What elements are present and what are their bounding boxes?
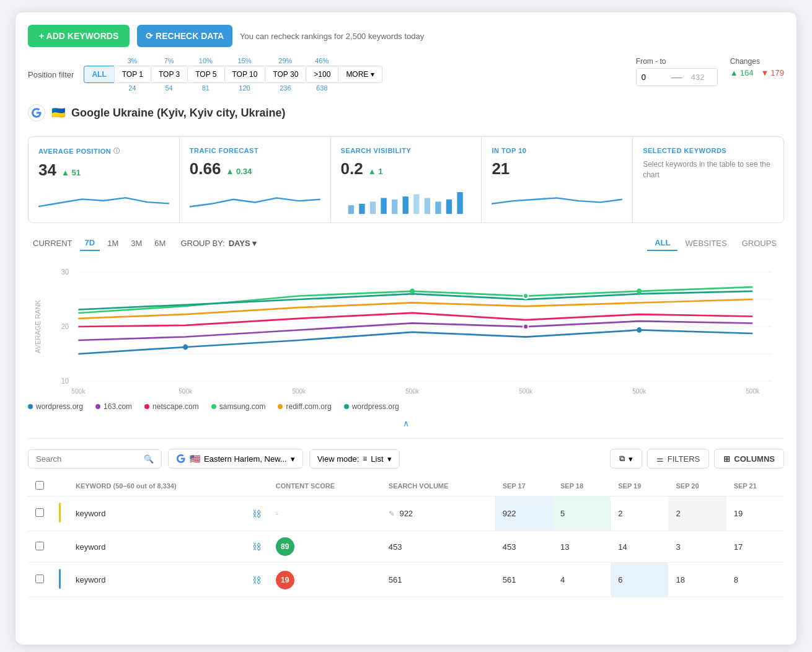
svg-text:AVERAGE RANK: AVERAGE RANK bbox=[35, 300, 42, 353]
svg-text:500k: 500k bbox=[519, 387, 533, 394]
table-row: keyword ⛓ 89 453 453 13 14 3 17 bbox=[28, 531, 784, 563]
svg-text:10: 10 bbox=[61, 377, 69, 385]
metric-selected-keywords: SELECTED KEYWORDS Select keywords in the… bbox=[633, 137, 783, 222]
tab-3m[interactable]: 3M bbox=[126, 236, 147, 250]
svg-text:500k: 500k bbox=[405, 387, 420, 394]
view-mode-label: View mode: bbox=[317, 454, 360, 464]
link-icon-2[interactable]: ⛓ bbox=[252, 542, 261, 552]
row-checkbox-2[interactable] bbox=[35, 542, 44, 550]
svg-point-32 bbox=[637, 327, 642, 333]
list-icon: ≡ bbox=[363, 454, 367, 463]
view-mode-selector[interactable]: View mode: ≡ List ▾ bbox=[309, 449, 400, 469]
svg-point-30 bbox=[523, 324, 528, 330]
main-chart: 30 20 10 AVERAGE RANK 500k 500k 500k 500… bbox=[28, 258, 784, 395]
row-indicator-3 bbox=[59, 569, 61, 589]
sep17-2: 453 bbox=[495, 531, 553, 563]
position-filter-label: Position filter bbox=[28, 70, 74, 79]
columns-button[interactable]: ⊞ COLUMNS bbox=[714, 449, 784, 469]
edit-icon-1[interactable]: ✎ bbox=[389, 509, 395, 518]
link-icon-3[interactable]: ⛓ bbox=[252, 575, 261, 585]
collapse-button[interactable]: ∧ bbox=[403, 418, 409, 428]
country-flag: 🇺🇦 bbox=[51, 106, 65, 120]
copy-button[interactable]: ⧉ ▾ bbox=[610, 449, 642, 469]
pf-btn-top30[interactable]: TOP 30 bbox=[265, 66, 306, 83]
metric-top10: IN TOP 10 21 bbox=[482, 137, 632, 222]
link-icon-1[interactable]: ⛓ bbox=[252, 509, 261, 519]
sep18-2: 13 bbox=[553, 531, 611, 563]
tab-1m[interactable]: 1M bbox=[102, 236, 123, 250]
tab-6m[interactable]: 6M bbox=[149, 236, 170, 250]
from-input[interactable] bbox=[637, 69, 668, 86]
recheck-note: You can recheck rankings for 2,500 keywo… bbox=[240, 32, 424, 41]
google-title: Google Ukraine (Kyiv, Kyiv city, Ukraine… bbox=[71, 107, 285, 120]
svg-rect-7 bbox=[424, 198, 430, 214]
row-checkbox-1[interactable] bbox=[35, 508, 44, 517]
content-score-1: - bbox=[268, 496, 381, 531]
chart-area: 30 20 10 AVERAGE RANK 500k 500k 500k 500… bbox=[28, 258, 784, 395]
section-divider bbox=[28, 438, 784, 439]
top-toolbar: + ADD KEYWORDS ⟳ RECHECK DATA You can re… bbox=[28, 25, 784, 47]
search-icon: 🔍 bbox=[144, 454, 154, 464]
col-keyword: KEYWORD (50–60 out of 8,334) bbox=[68, 476, 245, 496]
search-volume-1: ✎ 922 bbox=[381, 496, 495, 531]
score-badge-3: 19 bbox=[276, 571, 294, 589]
view-tab-all[interactable]: ALL bbox=[647, 236, 677, 251]
view-tab-websites[interactable]: WEBSITES bbox=[677, 236, 734, 251]
sep20-3: 18 bbox=[668, 563, 726, 597]
svg-text:500k: 500k bbox=[179, 387, 193, 394]
score-badge-2: 89 bbox=[276, 537, 294, 556]
legend-wordpress1: wordpress.org bbox=[28, 402, 83, 411]
group-by-select[interactable]: DAYS ▾ bbox=[229, 239, 257, 248]
col-sep19: SEP 19 bbox=[611, 476, 668, 496]
col-search-volume: SEARCH VOLUME bbox=[381, 476, 495, 496]
view-mode-chevron: ▾ bbox=[387, 454, 392, 464]
copy-dropdown: ▾ bbox=[629, 454, 633, 464]
pf-btn-more[interactable]: MORE ▾ bbox=[338, 66, 382, 83]
pf-btn-top3[interactable]: TOP 3 bbox=[151, 66, 187, 83]
legend-samsung: samsung.com bbox=[211, 402, 266, 411]
filter-icon: ⚌ bbox=[656, 454, 664, 464]
sparkline-traffic bbox=[190, 183, 320, 216]
table-header-row: KEYWORD (50–60 out of 8,334) CONTENT SCO… bbox=[28, 476, 784, 496]
recheck-data-button[interactable]: ⟳ RECHECK DATA bbox=[137, 25, 232, 47]
time-tabs: CURRENT 7D 1M 3M 6M bbox=[28, 236, 170, 251]
pf-btn-top5[interactable]: TOP 5 bbox=[187, 66, 224, 83]
pf-btn-top1[interactable]: TOP 1 bbox=[114, 66, 151, 83]
svg-text:500k: 500k bbox=[746, 387, 760, 394]
col-sep17: SEP 17 bbox=[495, 476, 553, 496]
location-selector[interactable]: 🇺🇸 Eastern Harlem, New... ▾ bbox=[168, 449, 303, 469]
row-indicator-1 bbox=[59, 503, 61, 522]
copy-icon: ⧉ bbox=[619, 454, 625, 464]
svg-point-31 bbox=[183, 345, 188, 350]
keyword-cell-1: keyword bbox=[68, 496, 245, 531]
svg-rect-9 bbox=[446, 200, 451, 214]
group-by: GROUP BY: DAYS ▾ bbox=[180, 239, 257, 248]
info-icon-avg[interactable]: ⓘ bbox=[113, 147, 120, 156]
add-keywords-button[interactable]: + ADD KEYWORDS bbox=[28, 25, 130, 47]
sep21-2: 17 bbox=[726, 531, 784, 563]
change-up: ▲ 164 bbox=[730, 68, 754, 77]
pf-btn-top10[interactable]: TOP 10 bbox=[224, 66, 265, 83]
tab-7d[interactable]: 7D bbox=[80, 236, 100, 251]
view-tabs: ALL WEBSITES GROUPS bbox=[647, 236, 784, 251]
svg-point-29 bbox=[637, 288, 642, 294]
row-checkbox-3[interactable] bbox=[35, 575, 44, 583]
svg-rect-1 bbox=[359, 204, 364, 214]
pf-btn-all[interactable]: ALL bbox=[84, 66, 113, 83]
metric-visibility: SEARCH VISIBILITY 0.2 ▲ 1 bbox=[331, 137, 482, 222]
to-input[interactable] bbox=[686, 69, 717, 86]
changes-filter: Changes ▲ 164 ▼ 179 bbox=[730, 57, 784, 77]
search-input[interactable] bbox=[36, 454, 140, 464]
filters-button[interactable]: ⚌ FILTERS bbox=[647, 449, 710, 469]
google-row: 🇺🇦 Google Ukraine (Kyiv, Kyiv city, Ukra… bbox=[28, 99, 784, 126]
svg-text:30: 30 bbox=[61, 268, 69, 276]
sep17-1: 922 bbox=[495, 496, 553, 531]
select-all-checkbox[interactable] bbox=[35, 481, 44, 490]
svg-text:500k: 500k bbox=[292, 387, 306, 394]
sep21-3: 8 bbox=[726, 563, 784, 597]
chart-legend: wordpress.org 163.com netscape.com samsu… bbox=[28, 400, 784, 413]
tab-current[interactable]: CURRENT bbox=[28, 236, 77, 250]
view-tab-groups[interactable]: GROUPS bbox=[735, 236, 784, 251]
col-sep20: SEP 20 bbox=[668, 476, 726, 496]
pf-btn-gt100[interactable]: >100 bbox=[306, 66, 338, 83]
